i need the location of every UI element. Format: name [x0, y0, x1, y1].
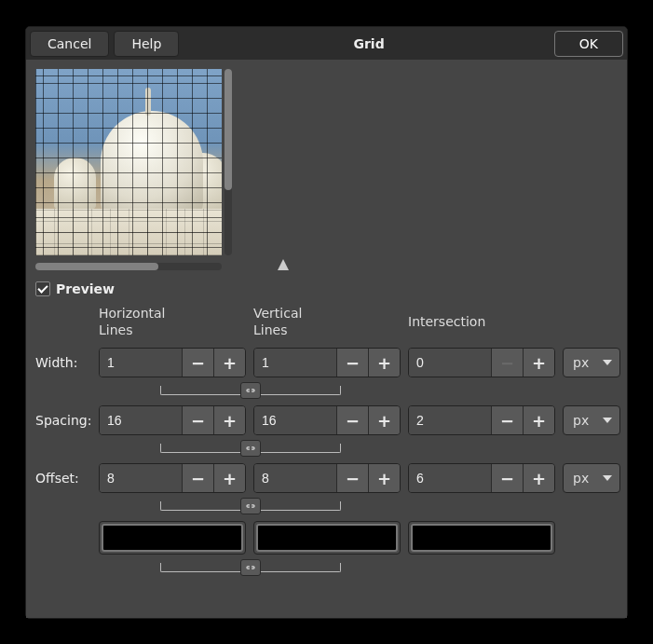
- preview-checkbox-label: Preview: [56, 281, 115, 296]
- link-chain-icon[interactable]: [240, 559, 261, 576]
- width-unit-select[interactable]: px: [563, 348, 620, 377]
- unit-label: px: [573, 355, 589, 370]
- offset-horizontal-spin: − +: [99, 463, 246, 493]
- minus-icon[interactable]: −: [491, 464, 523, 492]
- width-vertical-spin: − +: [253, 348, 401, 377]
- minus-icon[interactable]: −: [182, 406, 213, 434]
- preview-horizontal-scrollbar[interactable]: [35, 263, 222, 270]
- plus-icon[interactable]: +: [368, 464, 400, 492]
- unit-label: px: [573, 413, 589, 428]
- minus-icon[interactable]: −: [491, 406, 523, 434]
- color-vertical-button[interactable]: [253, 521, 401, 555]
- color-swatch: [256, 524, 398, 552]
- scrollbar-thumb[interactable]: [35, 263, 158, 270]
- row-label-offset: Offset:: [35, 471, 93, 486]
- controls-grid: Horizontal Lines Vertical Lines Intersec…: [35, 306, 618, 575]
- minus-icon[interactable]: −: [182, 464, 213, 492]
- color-swatch: [102, 524, 243, 552]
- dialog-title: Grid: [184, 36, 553, 51]
- plus-icon[interactable]: +: [523, 406, 554, 434]
- link-chain-icon[interactable]: [240, 440, 261, 457]
- preview-area[interactable]: [35, 69, 222, 255]
- minus-icon[interactable]: −: [336, 406, 368, 434]
- spacing-horizontal-input[interactable]: [100, 406, 182, 434]
- minus-icon[interactable]: −: [336, 349, 368, 377]
- plus-icon[interactable]: +: [213, 349, 245, 377]
- preview-vertical-scrollbar[interactable]: [224, 69, 232, 255]
- plus-icon[interactable]: +: [368, 349, 400, 377]
- width-intersection-spin: − +: [408, 348, 555, 377]
- help-button[interactable]: Help: [114, 31, 179, 57]
- width-horizontal-spin: − +: [99, 348, 246, 377]
- plus-icon[interactable]: +: [523, 464, 554, 492]
- minus-icon[interactable]: −: [182, 349, 213, 377]
- scrollbar-thumb[interactable]: [224, 69, 232, 190]
- minus-icon[interactable]: −: [336, 464, 368, 492]
- column-header-vertical: Vertical Lines: [253, 306, 402, 340]
- spacing-intersection-spin: − +: [408, 405, 555, 435]
- color-horizontal-button[interactable]: [99, 521, 246, 555]
- plus-icon[interactable]: +: [368, 406, 400, 434]
- offset-horizontal-input[interactable]: [100, 464, 182, 492]
- offset-intersection-input[interactable]: [409, 464, 491, 492]
- plus-icon[interactable]: +: [213, 464, 245, 492]
- link-chain-icon[interactable]: [240, 498, 261, 514]
- link-chain-icon[interactable]: [240, 382, 261, 399]
- width-intersection-input[interactable]: [409, 349, 491, 377]
- spacing-horizontal-spin: − +: [99, 405, 246, 435]
- offset-vertical-input[interactable]: [254, 464, 336, 492]
- grid-dialog: Cancel Help Grid OK: [25, 26, 628, 619]
- column-header-intersection: Intersection: [408, 314, 557, 333]
- dialog-content: Preview Horizontal Lines Vertical Lines …: [26, 60, 627, 618]
- plus-icon[interactable]: +: [213, 406, 245, 434]
- plus-icon[interactable]: +: [523, 349, 554, 377]
- dialog-header: Cancel Help Grid OK: [26, 27, 627, 60]
- width-vertical-input[interactable]: [254, 349, 336, 377]
- width-horizontal-input[interactable]: [100, 349, 182, 377]
- zoom-reset-icon[interactable]: [278, 259, 292, 274]
- column-header-horizontal: Horizontal Lines: [99, 306, 248, 340]
- offset-vertical-spin: − +: [253, 463, 401, 493]
- minus-icon: −: [491, 349, 523, 377]
- chevron-down-icon: [603, 475, 612, 481]
- chevron-down-icon: [603, 418, 612, 423]
- offset-intersection-spin: − +: [408, 463, 555, 493]
- preview-checkbox[interactable]: [35, 281, 50, 296]
- color-swatch: [411, 524, 552, 552]
- spacing-intersection-input[interactable]: [409, 406, 491, 434]
- preview-grid-overlay: [35, 69, 222, 255]
- offset-unit-select[interactable]: px: [563, 463, 620, 493]
- row-label-width: Width:: [35, 355, 93, 370]
- spacing-vertical-input[interactable]: [254, 406, 336, 434]
- unit-label: px: [573, 471, 589, 486]
- color-intersection-button[interactable]: [408, 521, 555, 555]
- ok-button[interactable]: OK: [554, 31, 623, 57]
- chevron-down-icon: [603, 360, 612, 365]
- row-label-spacing: Spacing:: [35, 413, 93, 428]
- spacing-vertical-spin: − +: [253, 405, 401, 435]
- spacing-unit-select[interactable]: px: [563, 405, 620, 435]
- cancel-button[interactable]: Cancel: [30, 31, 109, 57]
